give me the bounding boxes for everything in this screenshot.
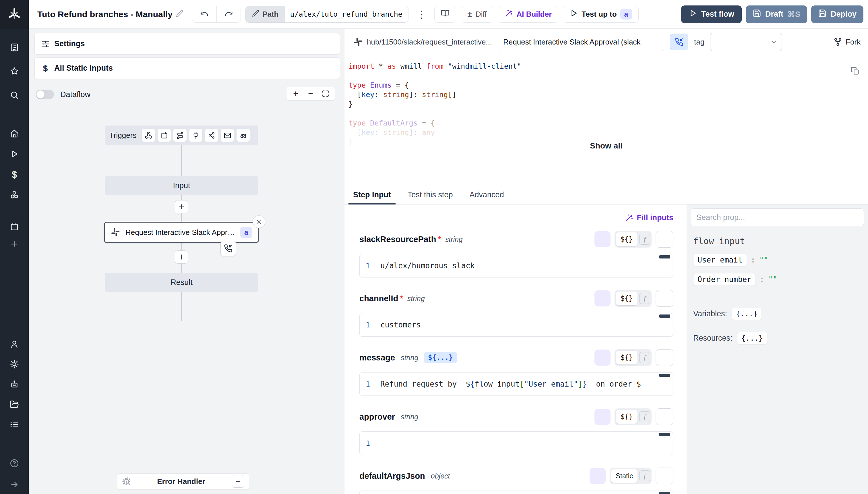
add-step-button[interactable] xyxy=(175,250,188,264)
add-error-handler-button[interactable] xyxy=(232,475,244,488)
step-summary-input[interactable] xyxy=(498,33,664,51)
function-mode-button[interactable]: f xyxy=(639,471,650,481)
field-value-editor[interactable]: 1 xyxy=(359,431,673,455)
workspace-icon[interactable] xyxy=(8,41,21,54)
redo-button[interactable] xyxy=(216,6,240,22)
add-icon[interactable] xyxy=(8,238,21,250)
test-up-to-button[interactable]: Test up to a xyxy=(563,6,639,23)
slack-approval-node[interactable]: Request Interactive Slack Approval (... … xyxy=(104,222,259,243)
code-line: [key: string]: string[] xyxy=(349,90,868,99)
all-static-inputs-button[interactable]: $ All Static Inputs xyxy=(35,57,340,79)
copy-code-button[interactable] xyxy=(851,66,860,75)
field-value-editor[interactable]: 1 customers xyxy=(359,313,673,337)
flow-input-root[interactable]: flow_input xyxy=(693,236,864,246)
resources-pill[interactable]: {...} xyxy=(737,332,767,344)
field-value-editor[interactable]: 1 u/alex/humorous_slack xyxy=(359,254,673,278)
path-input[interactable] xyxy=(285,6,408,22)
home-icon[interactable] xyxy=(8,127,21,140)
field-value[interactable] xyxy=(376,432,673,455)
prop-row-user-email[interactable]: User email:"" xyxy=(693,253,864,266)
folders-icon[interactable] xyxy=(8,398,21,411)
expr-mode-button[interactable]: ${} xyxy=(616,410,637,424)
search-prop-input[interactable] xyxy=(691,209,864,226)
ai-fill-button[interactable] xyxy=(594,290,611,306)
docs-button[interactable] xyxy=(434,6,456,23)
tag-select[interactable] xyxy=(710,33,782,51)
edit-title-icon[interactable] xyxy=(176,10,183,19)
function-mode-button[interactable]: f xyxy=(639,352,650,363)
flow-settings-button[interactable]: Settings xyxy=(35,33,340,55)
expr-mode-button[interactable]: Static xyxy=(611,469,637,483)
variables-icon[interactable]: $ xyxy=(8,168,21,180)
tab-advanced[interactable]: Advanced xyxy=(469,185,505,204)
code-line: } xyxy=(349,99,868,109)
schedule-trigger-icon[interactable] xyxy=(158,129,171,142)
help-icon[interactable] xyxy=(8,457,21,470)
fork-button[interactable]: Fork xyxy=(833,38,861,46)
function-mode-button[interactable]: f xyxy=(639,293,650,304)
websocket-trigger-icon[interactable] xyxy=(189,129,202,142)
watch-trigger-icon[interactable] xyxy=(237,129,250,142)
result-node[interactable]: Result xyxy=(105,273,258,292)
audit-logs-icon[interactable] xyxy=(8,418,21,431)
code-preview[interactable]: import * as wmill from "windmill-client"… xyxy=(344,55,868,185)
settings-icon[interactable] xyxy=(8,358,21,370)
field-value[interactable] xyxy=(376,491,673,494)
kafka-trigger-icon[interactable] xyxy=(205,129,218,142)
error-handler-node[interactable]: Error Handler xyxy=(117,473,249,489)
code-line: import * as wmill from "windmill-client" xyxy=(349,61,868,71)
diff-button[interactable]: ± Diff xyxy=(461,6,493,23)
search-icon[interactable] xyxy=(8,89,21,101)
field-value[interactable]: u/alex/humorous_slack xyxy=(376,254,673,277)
tab-step-input[interactable]: Step Input xyxy=(353,185,392,204)
test-flow-button[interactable]: Test flow xyxy=(681,5,742,23)
ai-fill-button[interactable] xyxy=(590,468,606,484)
ai-builder-button[interactable]: AI Builder xyxy=(498,6,558,23)
webhook-trigger-icon[interactable] xyxy=(142,129,155,142)
expr-mode-button[interactable]: ${} xyxy=(616,232,637,246)
hub-script-path[interactable]: hub/11500/slack/request_interactive... xyxy=(353,37,492,47)
ai-fill-button[interactable] xyxy=(594,349,611,366)
route-trigger-icon[interactable] xyxy=(173,129,186,142)
variables-pill[interactable]: {...} xyxy=(732,308,762,320)
tab-test-this-step[interactable]: Test this step xyxy=(407,185,454,204)
step-badge: a xyxy=(620,9,632,20)
path-label[interactable]: Path xyxy=(246,6,285,22)
field-value-editor[interactable]: 1 xyxy=(359,491,673,494)
field-type: string xyxy=(407,294,425,303)
schedules-icon[interactable] xyxy=(8,221,21,233)
field-value[interactable]: Refund request by _${flow_input["User em… xyxy=(376,373,673,396)
expr-mode-button[interactable]: ${} xyxy=(616,351,637,364)
prop-row-order-number[interactable]: Order number:"" xyxy=(693,273,864,286)
email-trigger-icon[interactable] xyxy=(221,129,234,142)
remove-step-button[interactable] xyxy=(253,215,265,228)
function-mode-button[interactable]: f xyxy=(639,234,650,245)
show-all-code-button[interactable]: Show all xyxy=(590,141,623,151)
account-icon[interactable] xyxy=(8,338,21,350)
draft-button[interactable]: Draft ⌘S xyxy=(746,5,807,23)
resources-icon[interactable] xyxy=(8,188,21,201)
windmill-logo[interactable] xyxy=(0,0,29,29)
expand-icon[interactable] xyxy=(8,478,21,491)
input-node[interactable]: Input xyxy=(105,176,258,195)
suspend-approval-button[interactable] xyxy=(670,34,688,50)
triggers-node[interactable]: Triggers xyxy=(105,126,258,145)
ai-fill-button[interactable] xyxy=(594,409,611,425)
wand-icon xyxy=(504,9,513,20)
more-options-button[interactable]: ⋮ xyxy=(413,8,430,20)
flow-canvas[interactable]: Triggers Input Request Interactive Slack… xyxy=(29,98,344,494)
favorites-icon[interactable] xyxy=(8,65,21,78)
runs-icon[interactable] xyxy=(8,148,21,160)
deploy-button[interactable]: Deploy xyxy=(811,5,863,23)
field-value[interactable]: customers xyxy=(376,314,673,336)
expr-mode-button[interactable]: ${} xyxy=(616,291,637,305)
undo-button[interactable] xyxy=(192,6,216,22)
wand-icon xyxy=(625,213,633,222)
ai-fill-button[interactable] xyxy=(594,231,611,247)
function-mode-button[interactable]: f xyxy=(639,411,650,422)
field-value-editor[interactable]: 1 Refund request by _${flow_input["User … xyxy=(359,372,673,396)
fill-inputs-button[interactable]: Fill inputs xyxy=(625,213,674,222)
workers-icon[interactable] xyxy=(8,378,21,391)
suspend-approval-icon-chip[interactable] xyxy=(220,241,236,256)
add-step-button[interactable] xyxy=(175,200,188,213)
